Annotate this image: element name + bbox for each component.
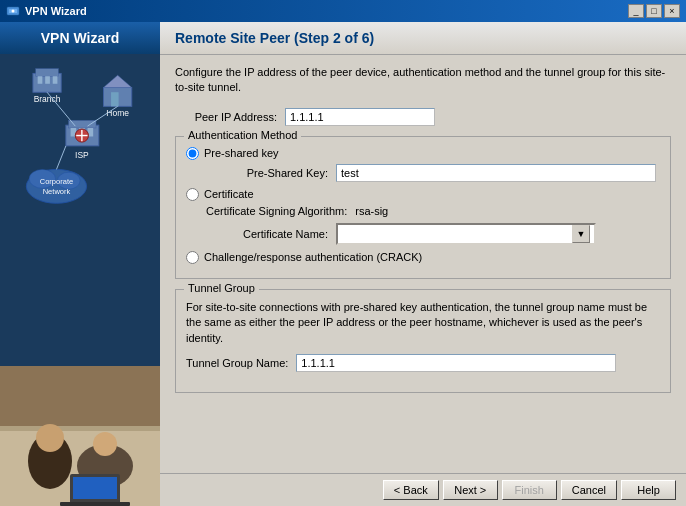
title-bar: VPN Wizard _ □ × [0, 0, 686, 22]
svg-text:Corporate: Corporate [40, 177, 73, 186]
svg-rect-38 [73, 477, 117, 499]
vpn-icon [6, 4, 20, 18]
svg-text:Home: Home [106, 108, 129, 118]
network-svg: Branch ISP Home Corporate Network [10, 64, 150, 224]
crack-radio[interactable] [186, 251, 199, 264]
cert-name-row: Certificate Name: ▼ [206, 223, 660, 245]
photo-svg [0, 366, 160, 506]
back-button[interactable]: < Back [383, 480, 439, 500]
cert-name-label: Certificate Name: [206, 228, 336, 240]
tunnel-name-input[interactable] [296, 354, 616, 372]
peer-ip-label: Peer IP Address: [175, 111, 285, 123]
sidebar-photo [0, 366, 160, 506]
tunnel-group-content: For site-to-site connections with pre-sh… [186, 300, 660, 372]
next-button[interactable]: Next > [443, 480, 498, 500]
psk-radio-label: Pre-shared key [204, 147, 279, 159]
description-text: Configure the IP address of the peer dev… [175, 65, 671, 96]
svg-text:Network: Network [43, 187, 71, 196]
peer-ip-input[interactable] [285, 108, 435, 126]
tunnel-info-text: For site-to-site connections with pre-sh… [186, 300, 660, 346]
title-bar-text: VPN Wizard [25, 5, 87, 17]
content-header: Remote Site Peer (Step 2 of 6) [160, 22, 686, 55]
svg-rect-17 [111, 92, 119, 106]
svg-line-29 [56, 146, 65, 170]
svg-rect-5 [38, 76, 43, 84]
tunnel-name-row: Tunnel Group Name: [186, 354, 660, 372]
auth-method-group: Authentication Method Pre-shared key Pre… [175, 136, 671, 279]
svg-rect-6 [45, 76, 50, 84]
cert-algo-value: rsa-sig [355, 205, 388, 217]
crack-radio-label: Challenge/response authentication (CRACK… [204, 251, 422, 263]
button-bar: < Back Next > Finish Cancel Help [160, 473, 686, 506]
svg-rect-10 [69, 120, 96, 128]
content-body: Configure the IP address of the peer dev… [160, 55, 686, 473]
auth-method-content: Pre-shared key Pre-Shared Key: Certifica… [186, 147, 660, 264]
close-button[interactable]: × [664, 4, 680, 18]
psk-field-label: Pre-Shared Key: [206, 167, 336, 179]
cert-name-dropdown[interactable]: ▼ [336, 223, 596, 245]
maximize-button[interactable]: □ [646, 4, 662, 18]
tunnel-name-label: Tunnel Group Name: [186, 357, 296, 369]
sidebar: VPN Wizard Branch ISP [0, 22, 160, 506]
svg-point-34 [36, 424, 64, 452]
cert-radio[interactable] [186, 188, 199, 201]
minimize-button[interactable]: _ [628, 4, 644, 18]
psk-field-row: Pre-Shared Key: [206, 164, 660, 182]
page-title: Remote Site Peer (Step 2 of 6) [175, 30, 671, 46]
svg-point-36 [93, 432, 117, 456]
cert-algo-label: Certificate Signing Algorithm: [206, 205, 355, 217]
psk-radio-row: Pre-shared key [186, 147, 660, 160]
svg-point-2 [12, 10, 15, 13]
peer-ip-row: Peer IP Address: [175, 108, 671, 126]
dropdown-arrow-icon[interactable]: ▼ [572, 225, 590, 243]
cancel-button[interactable]: Cancel [561, 480, 617, 500]
auth-method-title: Authentication Method [184, 129, 301, 141]
svg-rect-32 [0, 426, 160, 431]
cert-algo-row: Certificate Signing Algorithm: rsa-sig [206, 205, 660, 217]
svg-text:ISP: ISP [75, 150, 89, 160]
crack-radio-row: Challenge/response authentication (CRACK… [186, 251, 660, 264]
svg-rect-7 [53, 76, 58, 84]
main-window: VPN Wizard Branch ISP [0, 22, 686, 506]
svg-marker-16 [104, 75, 132, 87]
psk-radio[interactable] [186, 147, 199, 160]
content-panel: Remote Site Peer (Step 2 of 6) Configure… [160, 22, 686, 506]
tunnel-group-title: Tunnel Group [184, 282, 259, 294]
cert-radio-row: Certificate [186, 188, 660, 201]
finish-button[interactable]: Finish [502, 480, 557, 500]
cert-radio-label: Certificate [204, 188, 254, 200]
sidebar-title: VPN Wizard [0, 22, 160, 54]
help-button[interactable]: Help [621, 480, 676, 500]
svg-rect-4 [36, 69, 59, 77]
psk-input[interactable] [336, 164, 656, 182]
svg-line-27 [47, 92, 75, 126]
network-diagram: Branch ISP Home Corporate Network [0, 54, 160, 236]
tunnel-group: Tunnel Group For site-to-site connection… [175, 289, 671, 393]
svg-text:Branch: Branch [34, 94, 61, 104]
svg-rect-39 [60, 502, 130, 506]
